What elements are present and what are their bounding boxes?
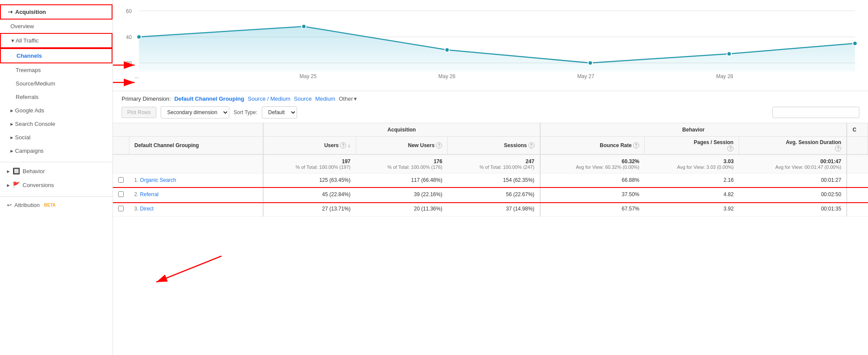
total-checkbox (113, 154, 129, 174)
row1-checkbox[interactable] (113, 174, 129, 188)
row1-channel: 1. Organic Search (129, 174, 263, 188)
row2-channel-link[interactable]: Referral (140, 191, 158, 197)
sidebar-item-channels[interactable]: Channels (0, 48, 112, 63)
source-medium-label: Source/Medium (16, 80, 55, 87)
dim-default-channel[interactable]: Default Channel Grouping (174, 95, 244, 102)
row3-sessions: 37 (14.98%) (448, 202, 540, 217)
row1-new-users: 117 (66.48%) (356, 174, 447, 188)
plot-rows-button[interactable]: Plot Rows (122, 107, 156, 118)
channels-label: Channels (17, 53, 42, 59)
row3-channel: 3. Direct (129, 202, 263, 217)
svg-text:...: ... (135, 73, 139, 79)
acquisition-icon: ⇢ (8, 9, 13, 15)
sidebar-item-social[interactable]: ▸ Social (0, 131, 112, 144)
dim-source-medium[interactable]: Source / Medium (248, 95, 290, 102)
col-header-row: Default Channel Grouping Users ? ↓ New U… (113, 137, 868, 155)
pages-session-help-icon[interactable]: ? (727, 145, 733, 151)
acquisition-group-header: Acquisition (263, 123, 540, 137)
row3-checkbox[interactable] (113, 202, 129, 217)
row2-sessions: 56 (22.67%) (448, 188, 540, 202)
table-row: 2. Referral 45 (22.84%) 39 (22.16%) 56 (… (113, 188, 868, 202)
row2-conversion (847, 188, 868, 202)
conversions-expand-icon: ▸ (7, 182, 10, 188)
behavior-icon: 🔲 (13, 168, 20, 174)
dim-source[interactable]: Source (294, 95, 312, 102)
sessions-help-icon[interactable]: ? (528, 142, 535, 148)
sidebar-item-label: Overview (10, 23, 34, 30)
social-label: ▸ Social (10, 134, 30, 141)
row1-avg-session: 00:01:27 (739, 174, 847, 188)
row2-channel: 2. Referral (129, 188, 263, 202)
row2-checkbox[interactable] (113, 188, 129, 202)
secondary-dimension-select[interactable]: Secondary dimension (161, 106, 229, 118)
row3-channel-link[interactable]: Direct (140, 206, 153, 212)
sidebar-item-search-console[interactable]: ▸ Search Console (0, 117, 112, 131)
col-new-users[interactable]: New Users ? (356, 137, 447, 155)
svg-point-14 (445, 48, 449, 52)
row1-conversion (847, 174, 868, 188)
users-sort-icon[interactable]: ↓ (348, 142, 350, 148)
sidebar-item-attribution[interactable]: ↩ Attribution BETA (0, 196, 112, 212)
col-users[interactable]: Users ? ↓ (263, 137, 356, 155)
attribution-icon: ↩ (7, 202, 12, 208)
total-row: 197 % of Total: 100.00% (197) 176 % of T… (113, 154, 868, 174)
avg-session-help-icon[interactable]: ? (835, 145, 841, 151)
svg-text:20: 20 (126, 60, 132, 66)
svg-text:May 28: May 28 (716, 73, 733, 79)
main-content: 60 40 20 ... May 25 May 26 May 27 May 28 (113, 0, 868, 355)
conversion-group-header: C (847, 123, 868, 137)
sidebar-item-behavior[interactable]: ▸ 🔲 Behavior (0, 162, 112, 178)
sidebar-item-google-ads[interactable]: ▸ Google Ads (0, 104, 112, 117)
new-users-help-icon[interactable]: ? (436, 142, 442, 148)
group-header-row: Acquisition Behavior C (113, 123, 868, 137)
total-users: 197 % of Total: 100.00% (197) (263, 154, 356, 174)
dim-other-dropdown[interactable]: Other ▾ (339, 95, 357, 102)
row2-checkbox-input[interactable] (118, 191, 124, 197)
sidebar-item-source-medium[interactable]: Source/Medium (0, 77, 112, 90)
search-console-label: ▸ Search Console (10, 121, 55, 127)
col-avg-session[interactable]: Avg. Session Duration ? (739, 137, 847, 155)
primary-dimension-label: Primary Dimension: (122, 95, 171, 102)
table-search-input[interactable] (772, 107, 859, 118)
sidebar-item-campaigns[interactable]: ▸ Campaigns (0, 144, 112, 158)
col-sessions[interactable]: Sessions ? (448, 137, 540, 155)
campaigns-label: ▸ Campaigns (10, 148, 43, 154)
treemaps-label: Treemaps (16, 67, 41, 73)
sidebar-item-conversions[interactable]: ▸ 🚩 Conversions (0, 178, 112, 192)
row3-new-users: 20 (11.36%) (356, 202, 447, 217)
dim-medium[interactable]: Medium (315, 95, 335, 102)
sort-default-select[interactable]: Default (262, 106, 297, 118)
sidebar-item-overview[interactable]: Overview (0, 20, 112, 33)
col-bounce-rate[interactable]: Bounce Rate ? (540, 137, 645, 155)
svg-text:May 27: May 27 (577, 73, 594, 79)
users-help-icon[interactable]: ? (340, 142, 346, 148)
primary-dimension-row: Primary Dimension: Default Channel Group… (122, 95, 859, 102)
svg-point-16 (727, 52, 731, 56)
table-controls: Primary Dimension: Default Channel Group… (113, 91, 868, 123)
row2-users: 45 (22.84%) (263, 188, 356, 202)
referrals-label: Referrals (16, 94, 39, 100)
sidebar-item-label: Acquisition (15, 9, 46, 15)
col-pages-session[interactable]: Pages / Session ? (645, 137, 739, 155)
controls-row: Plot Rows Secondary dimension Sort Type:… (122, 106, 859, 118)
sidebar-item-treemaps[interactable]: Treemaps (0, 63, 112, 77)
conversions-icon: 🚩 (13, 181, 20, 188)
row1-channel-link[interactable]: Organic Search (140, 177, 176, 183)
sidebar-item-referrals[interactable]: Referrals (0, 90, 112, 104)
sidebar: ⇢ Acquisition Overview ▾ All Traffic Cha… (0, 0, 113, 355)
bounce-rate-help-icon[interactable]: ? (633, 142, 639, 148)
row2-bounce-rate: 37.50% (540, 188, 645, 202)
line-chart: 60 40 20 ... May 25 May 26 May 27 May 28 (122, 4, 859, 82)
row1-sessions: 154 (62.35%) (448, 174, 540, 188)
row3-bounce-rate: 67.57% (540, 202, 645, 217)
total-new-users: 176 % of Total: 100.00% (176) (356, 154, 447, 174)
row1-checkbox-input[interactable] (118, 177, 124, 183)
row3-checkbox-input[interactable] (118, 206, 124, 211)
svg-text:May 25: May 25 (300, 73, 317, 79)
data-table: Acquisition Behavior C Default Channel G… (113, 123, 868, 217)
sidebar-item-acquisition[interactable]: ⇢ Acquisition (0, 4, 112, 20)
svg-point-15 (588, 61, 592, 65)
other-label: Other (339, 95, 353, 102)
row2-new-users: 39 (22.16%) (356, 188, 447, 202)
sidebar-item-all-traffic[interactable]: ▾ All Traffic (0, 33, 112, 48)
